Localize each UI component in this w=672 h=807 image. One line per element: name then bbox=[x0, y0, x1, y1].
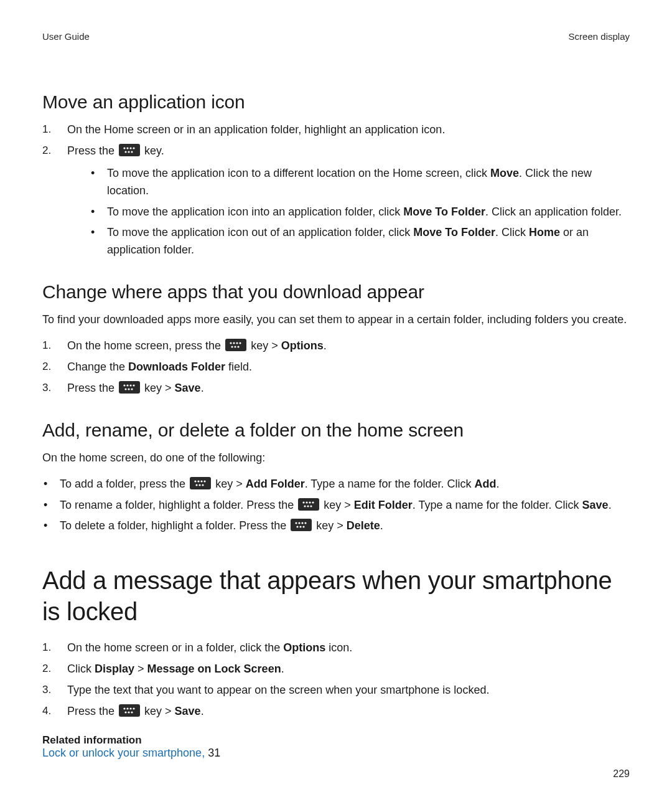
move-app-steps: On the Home screen or in an application … bbox=[42, 121, 630, 259]
bold-text: Message on Lock Screen bbox=[147, 663, 281, 675]
bold-text: Options bbox=[283, 641, 325, 654]
list-item: To rename a folder, highlight a folder. … bbox=[42, 497, 630, 514]
text: . bbox=[609, 499, 612, 511]
list-item: Change the Downloads Folder field. bbox=[42, 359, 630, 376]
page-number: 229 bbox=[613, 768, 630, 780]
list-item: Type the text that you want to appear on… bbox=[42, 682, 630, 699]
header-right: Screen display bbox=[569, 31, 630, 42]
list-item: To move the application icon to a differ… bbox=[85, 165, 630, 200]
text: To delete a folder, highlight a folder. … bbox=[60, 519, 289, 532]
bold-text: Add bbox=[475, 478, 497, 490]
text: Press the bbox=[67, 144, 118, 157]
bold-text: Move bbox=[490, 167, 519, 179]
intro-text: To find your downloaded apps more easily… bbox=[42, 311, 630, 329]
related-info-heading: Related information bbox=[42, 734, 630, 747]
text: key. bbox=[144, 144, 164, 157]
list-item: Press the key > Save. bbox=[42, 380, 630, 397]
related-link[interactable]: Lock or unlock your smartphone, bbox=[42, 747, 205, 759]
text: . Type a name for the folder. Click bbox=[305, 478, 475, 490]
list-item: On the home screen, press the key > Opti… bbox=[42, 337, 630, 355]
intro-text: On the home screen, do one of the follow… bbox=[42, 450, 630, 467]
related-info-line: Lock or unlock your smartphone, 31 bbox=[42, 747, 630, 760]
text: On the home screen, press the bbox=[67, 339, 224, 352]
text: Press the bbox=[67, 382, 118, 394]
related-page-ref: 31 bbox=[205, 747, 220, 759]
text: To move the application icon into an app… bbox=[107, 205, 403, 218]
sub-bullets: To move the application icon to a differ… bbox=[85, 165, 630, 259]
text: . bbox=[201, 382, 204, 394]
text: key > bbox=[251, 339, 281, 352]
text: field. bbox=[225, 361, 252, 373]
bold-text: Add Folder bbox=[246, 478, 305, 490]
menu-key-icon bbox=[119, 381, 140, 394]
bold-text: Move To Folder bbox=[413, 226, 495, 238]
menu-key-icon bbox=[119, 144, 140, 156]
heading-folder-ops: Add, rename, or delete a folder on the h… bbox=[42, 420, 630, 441]
text: . Click an application folder. bbox=[485, 205, 622, 218]
folder-bullets: To add a folder, press the key > Add Fol… bbox=[42, 476, 630, 536]
text: . bbox=[281, 663, 284, 675]
text: On the home screen or in a folder, click… bbox=[67, 641, 283, 654]
list-item: To add a folder, press the key > Add Fol… bbox=[42, 476, 630, 493]
download-steps: On the home screen, press the key > Opti… bbox=[42, 337, 630, 397]
bold-text: Delete bbox=[347, 519, 380, 532]
text: Type the text that you want to appear on… bbox=[67, 684, 489, 696]
menu-key-icon bbox=[119, 704, 140, 717]
list-item: Click Display > Message on Lock Screen. bbox=[42, 661, 630, 678]
bold-text: Display bbox=[95, 663, 134, 675]
text: . bbox=[201, 705, 204, 717]
heading-change-download-location: Change where apps that you download appe… bbox=[42, 281, 630, 303]
heading-move-app-icon: Move an application icon bbox=[42, 92, 630, 113]
text: key > bbox=[144, 705, 175, 717]
page-header: User Guide Screen display bbox=[42, 31, 630, 42]
list-item: On the home screen or in a folder, click… bbox=[42, 639, 630, 657]
document-page: User Guide Screen display Move an applic… bbox=[0, 0, 672, 807]
text: . Type a name for the folder. Click bbox=[413, 499, 582, 511]
text: Click bbox=[67, 663, 95, 675]
text: key > bbox=[144, 382, 175, 394]
menu-key-icon bbox=[298, 498, 319, 511]
text: On the Home screen or in an application … bbox=[67, 123, 445, 136]
heading-lock-message: Add a message that appears when your sma… bbox=[42, 565, 630, 627]
bold-text: Downloads Folder bbox=[128, 361, 225, 373]
text: Press the bbox=[67, 705, 118, 717]
bold-text: Save bbox=[175, 705, 201, 717]
bold-text: Save bbox=[175, 382, 201, 394]
list-item: To delete a folder, highlight a folder. … bbox=[42, 517, 630, 535]
text: icon. bbox=[325, 641, 352, 654]
header-left: User Guide bbox=[42, 31, 90, 42]
list-item: Press the key. To move the application i… bbox=[42, 143, 630, 259]
text: key > bbox=[324, 499, 354, 511]
bold-text: Home bbox=[529, 226, 560, 238]
list-item: On the Home screen or in an application … bbox=[42, 121, 630, 139]
bold-text: Edit Folder bbox=[354, 499, 413, 511]
text: To move the application icon out of an a… bbox=[107, 226, 413, 238]
lock-message-steps: On the home screen or in a folder, click… bbox=[42, 639, 630, 720]
text: To add a folder, press the bbox=[60, 478, 189, 490]
text: . Click bbox=[495, 226, 529, 238]
list-item: To move the application icon out of an a… bbox=[85, 224, 630, 259]
bold-text: Move To Folder bbox=[403, 205, 485, 218]
menu-key-icon bbox=[225, 339, 246, 351]
text: . bbox=[497, 478, 500, 490]
list-item: To move the application icon into an app… bbox=[85, 204, 630, 221]
bold-text: Options bbox=[281, 339, 324, 352]
text: Change the bbox=[67, 361, 128, 373]
text: > bbox=[134, 663, 147, 675]
text: . bbox=[380, 519, 383, 532]
list-item: Press the key > Save. bbox=[42, 703, 630, 720]
menu-key-icon bbox=[291, 519, 312, 531]
text: To move the application icon to a differ… bbox=[107, 167, 490, 179]
bold-text: Save bbox=[582, 499, 609, 511]
text: . bbox=[324, 339, 327, 352]
text: key > bbox=[316, 519, 347, 532]
text: key > bbox=[215, 478, 246, 490]
menu-key-icon bbox=[190, 477, 211, 489]
text: To rename a folder, highlight a folder. … bbox=[60, 499, 297, 511]
